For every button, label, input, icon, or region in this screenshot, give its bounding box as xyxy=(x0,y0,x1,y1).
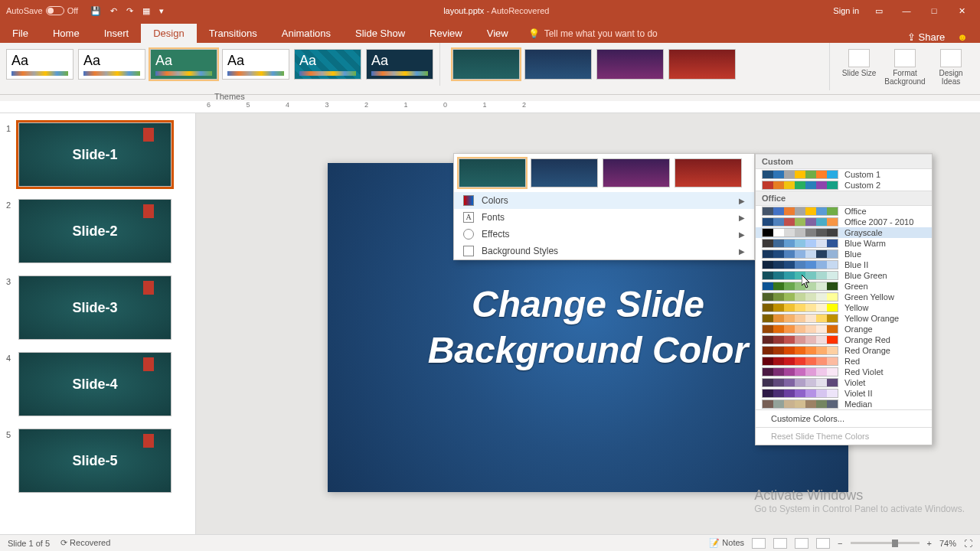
color-scheme-row[interactable]: Red xyxy=(756,356,932,367)
autosave-switch-icon[interactable] xyxy=(46,6,64,15)
variant-3[interactable] xyxy=(596,49,664,80)
color-scheme-row[interactable]: Office xyxy=(756,206,932,217)
color-scheme-row[interactable]: Red Orange xyxy=(756,345,932,356)
tab-design[interactable]: Design xyxy=(141,24,196,43)
variant-1[interactable] xyxy=(452,49,520,80)
tab-view[interactable]: View xyxy=(475,24,521,43)
zoom-slider[interactable] xyxy=(851,542,920,544)
slide-thumbnails[interactable]: 1Slide-12Slide-23Slide-34Slide-45Slide-5 xyxy=(0,113,196,534)
theme-3[interactable]: Aa xyxy=(150,49,217,80)
color-swatch-strip xyxy=(762,378,838,387)
notes-button[interactable]: 📝 Notes xyxy=(709,538,744,548)
zoom-in-icon[interactable]: + xyxy=(927,539,932,548)
tab-review[interactable]: Review xyxy=(417,24,475,43)
color-scheme-row[interactable]: Green Yellow xyxy=(756,292,932,302)
signin-link[interactable]: Sign in xyxy=(833,3,859,18)
theme-4[interactable]: Aa xyxy=(222,49,289,80)
thumb-row[interactable]: 3Slide-3 xyxy=(0,272,195,349)
thumb-card[interactable]: Slide-1 xyxy=(18,122,172,187)
start-from-beginning-icon[interactable]: ▦ xyxy=(142,6,150,16)
color-scheme-name: Red xyxy=(844,357,860,366)
variant-dd-3[interactable] xyxy=(603,158,670,187)
color-scheme-row[interactable]: Office 2007 - 2010 xyxy=(756,217,932,227)
close-icon[interactable]: ✕ xyxy=(954,3,969,18)
doc-name: layout.pptx xyxy=(443,6,484,15)
reading-view-icon[interactable] xyxy=(795,538,808,549)
chevron-right-icon: ▶ xyxy=(739,197,745,205)
color-scheme-row[interactable]: Orange xyxy=(756,324,932,334)
color-scheme-row[interactable]: Custom 1 xyxy=(756,169,932,180)
theme-6[interactable]: Aa xyxy=(366,49,433,80)
recovered-status[interactable]: ⟳ Recovered xyxy=(60,538,110,548)
color-swatch-strip xyxy=(762,367,838,377)
tab-home[interactable]: Home xyxy=(41,24,92,43)
thumb-row[interactable]: 2Slide-2 xyxy=(0,196,195,272)
variants-gallery[interactable] xyxy=(439,43,742,86)
menu-fonts[interactable]: A Fonts ▶ xyxy=(454,209,754,226)
color-scheme-row[interactable]: Blue Warm xyxy=(756,238,932,249)
menu-background-styles[interactable]: Background Styles ▶ xyxy=(454,243,754,259)
color-scheme-row[interactable]: Custom 2 xyxy=(756,180,932,191)
ribbon-right-buttons: Slide Size Format Background Design Idea… xyxy=(829,43,980,90)
variant-dd-4[interactable] xyxy=(675,158,742,187)
tab-insert[interactable]: Insert xyxy=(92,24,142,43)
ribbon-display-icon[interactable]: ▭ xyxy=(871,3,887,18)
sorter-view-icon[interactable] xyxy=(773,538,787,549)
design-ideas-label: Design Ideas xyxy=(939,69,962,86)
color-scheme-row[interactable]: Green xyxy=(756,281,932,292)
format-background-button[interactable]: Format Background xyxy=(884,47,926,86)
slideshow-view-icon[interactable] xyxy=(816,538,830,549)
design-ideas-button[interactable]: Design Ideas xyxy=(929,47,972,86)
thumb-row[interactable]: 4Slide-4 xyxy=(0,349,195,425)
variant-2[interactable] xyxy=(524,49,592,80)
color-scheme-row[interactable]: Blue Green xyxy=(756,270,932,281)
tab-animations[interactable]: Animations xyxy=(270,24,343,43)
undo-icon[interactable]: ↶ xyxy=(110,6,117,16)
variant-4[interactable] xyxy=(668,49,736,80)
color-scheme-row[interactable]: Yellow Orange xyxy=(756,313,932,324)
fit-to-window-icon[interactable]: ⛶ xyxy=(964,539,972,548)
theme-1[interactable]: Aa xyxy=(6,49,74,80)
face-icon[interactable]: ☻ xyxy=(957,31,968,43)
color-scheme-row[interactable]: Blue II xyxy=(756,259,932,270)
normal-view-icon[interactable] xyxy=(752,538,766,549)
thumb-row[interactable]: 1Slide-1 xyxy=(0,119,195,196)
zoom-out-icon[interactable]: − xyxy=(838,539,842,548)
theme-2[interactable]: Aa xyxy=(78,49,145,80)
qat-more-icon[interactable]: ▾ xyxy=(159,6,164,16)
minimize-icon[interactable]: — xyxy=(899,3,914,18)
tab-slideshow[interactable]: Slide Show xyxy=(343,24,417,43)
color-scheme-row[interactable]: Red Violet xyxy=(756,367,932,377)
color-scheme-row[interactable]: Violet II xyxy=(756,388,932,399)
maximize-icon[interactable]: □ xyxy=(926,3,942,18)
color-swatch-strip xyxy=(762,207,838,216)
thumb-card[interactable]: Slide-3 xyxy=(18,276,172,340)
thumb-card[interactable]: Slide-2 xyxy=(18,199,172,263)
tab-file[interactable]: File xyxy=(0,24,41,43)
menu-colors[interactable]: Colors ▶ xyxy=(454,192,754,209)
color-scheme-row[interactable]: Blue xyxy=(756,249,932,259)
status-bar: Slide 1 of 5 ⟳ Recovered 📝 Notes − + 74%… xyxy=(0,534,980,551)
tell-me-search[interactable]: 💡 Tell me what you want to do xyxy=(521,24,665,43)
variant-dd-1[interactable] xyxy=(459,158,526,187)
menu-effects[interactable]: Effects ▶ xyxy=(454,226,754,243)
save-icon[interactable]: 💾 xyxy=(90,6,101,16)
thumb-card[interactable]: Slide-4 xyxy=(18,352,172,416)
color-scheme-row[interactable]: Median xyxy=(756,399,932,409)
redo-icon[interactable]: ↷ xyxy=(126,6,133,16)
thumb-card[interactable]: Slide-5 xyxy=(18,429,172,493)
color-scheme-row[interactable]: Violet xyxy=(756,377,932,388)
thumb-row[interactable]: 5Slide-5 xyxy=(0,425,195,502)
share-button[interactable]: ⇪ Share xyxy=(907,31,945,43)
color-scheme-row[interactable]: Orange Red xyxy=(756,334,932,345)
autosave-toggle[interactable]: AutoSave Off xyxy=(0,6,84,15)
zoom-level[interactable]: 74% xyxy=(939,539,956,548)
theme-5[interactable]: Aa xyxy=(294,49,361,80)
themes-gallery[interactable]: Aa Aa Aa Aa Aa Aa xyxy=(0,43,439,86)
color-scheme-row[interactable]: Yellow xyxy=(756,302,932,313)
variant-dd-2[interactable] xyxy=(531,158,598,187)
slide-size-button[interactable]: Slide Size xyxy=(838,47,880,86)
color-scheme-row[interactable]: Grayscale xyxy=(756,227,932,238)
tab-transitions[interactable]: Transitions xyxy=(197,24,270,43)
customize-colors[interactable]: Customize Colors... xyxy=(756,409,932,427)
